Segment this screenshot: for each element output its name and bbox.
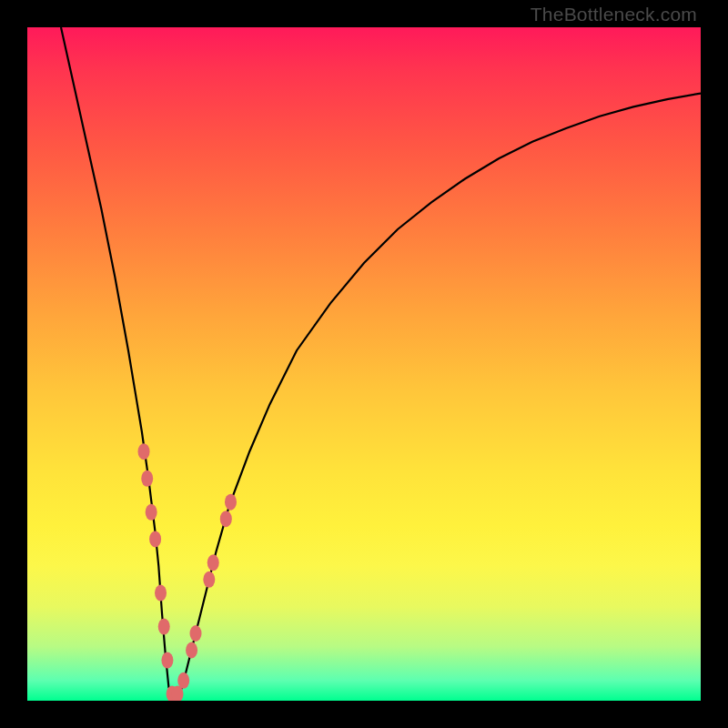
curve-markers bbox=[138, 443, 237, 701]
curve-marker bbox=[161, 652, 173, 669]
curve-marker bbox=[177, 672, 189, 689]
plot-area bbox=[27, 27, 701, 701]
curve-marker bbox=[186, 642, 197, 659]
curve-marker bbox=[158, 619, 170, 635]
curve-marker bbox=[207, 554, 219, 571]
curve-marker bbox=[141, 470, 153, 487]
chart-frame: TheBottleneck.com bbox=[0, 0, 728, 728]
curve-marker bbox=[190, 625, 202, 642]
curve-marker bbox=[155, 585, 167, 602]
watermark-text: TheBottleneck.com bbox=[531, 4, 697, 25]
curve-marker bbox=[220, 511, 232, 527]
curve-marker bbox=[225, 494, 237, 511]
curve-layer bbox=[27, 27, 701, 701]
curve-marker bbox=[146, 504, 157, 521]
curve-marker bbox=[138, 443, 150, 460]
curve-marker bbox=[149, 531, 161, 547]
bottleneck-curve bbox=[61, 27, 701, 701]
curve-marker bbox=[203, 571, 215, 588]
